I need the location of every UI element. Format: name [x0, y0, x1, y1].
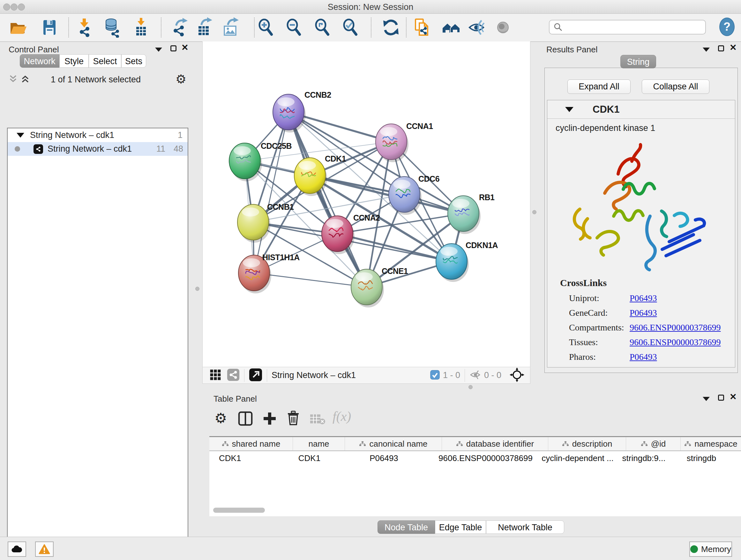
import-table-button[interactable] [131, 17, 151, 38]
splitter-handle[interactable] [195, 287, 199, 291]
network-collection-row[interactable]: String Network – cdk1 1 [8, 128, 188, 142]
results-panel-menu-icon[interactable] [703, 47, 710, 53]
tab-node-table[interactable]: Node Table [378, 520, 435, 534]
crosslink-value-link[interactable]: P06493 [630, 308, 657, 318]
table-hscroll-thumb[interactable] [213, 508, 265, 513]
show-columns-icon[interactable] [238, 411, 253, 427]
zoom-in-button[interactable] [256, 17, 277, 38]
hide-selected-button[interactable] [467, 17, 488, 38]
column-header-description[interactable]: description [548, 437, 626, 450]
column-header-namespace[interactable]: namespace [681, 437, 741, 450]
search-input[interactable] [565, 22, 705, 33]
network-node-CDKN1A[interactable] [436, 244, 469, 282]
string-home-button[interactable] [441, 17, 462, 38]
open-session-button[interactable] [8, 17, 29, 38]
collection-expand-icon[interactable] [17, 133, 24, 138]
memory-button[interactable]: Memory [689, 542, 732, 557]
table-cell[interactable]: stringdb:9... [616, 451, 671, 465]
network-edge-CCNB2-HIST1H1A[interactable] [254, 112, 288, 273]
network-node-CCNA2[interactable] [322, 216, 354, 254]
tab-network[interactable]: Network [20, 54, 59, 68]
tab-sets[interactable]: Sets [121, 54, 146, 68]
network-canvas[interactable]: CCNB2CCNA1CDC25BCDK1CDC6RB1CCNB1CCNA2CDK… [202, 42, 530, 367]
collapse-all-icon[interactable] [8, 75, 18, 84]
network-row-selected[interactable]: String Network – cdk1 11 48 [8, 142, 188, 156]
save-session-button[interactable] [39, 17, 60, 38]
warnings-button[interactable] [35, 542, 54, 557]
network-edge-CCNB2-CCNE1[interactable] [288, 112, 367, 287]
export-table-button[interactable] [194, 17, 215, 38]
control-panel-close-icon[interactable]: ✕ [181, 45, 189, 51]
network-node-CDC25B[interactable] [229, 143, 262, 181]
crosslink-value-link[interactable]: P06493 [630, 352, 657, 362]
crosslink-value-link[interactable]: 9606.ENSP00000378699 [630, 337, 721, 348]
apply-layout-button[interactable] [381, 17, 401, 38]
hidden-eye-icon[interactable] [469, 370, 481, 381]
delete-column-trash-icon[interactable] [286, 411, 300, 427]
network-node-RB1[interactable] [448, 196, 481, 234]
help-button[interactable]: ? [719, 17, 735, 36]
cloud-status-button[interactable] [8, 542, 26, 557]
tab-network-table[interactable]: Network Table [486, 520, 564, 534]
export-image-button[interactable] [220, 17, 242, 38]
tab-string[interactable]: String [620, 55, 656, 68]
detach-view-icon[interactable] [249, 368, 262, 383]
table-panel-float-icon[interactable] [718, 395, 724, 402]
clone-network-button[interactable] [411, 17, 432, 38]
crosslink-value-link[interactable]: P06493 [630, 293, 657, 303]
export-network-button[interactable] [170, 17, 191, 38]
column-header-@id[interactable]: @id [626, 437, 681, 450]
network-node-CCNA1[interactable] [376, 124, 408, 162]
import-network-file-button[interactable] [74, 17, 95, 38]
network-node-CCNB2[interactable] [273, 94, 306, 132]
protein-collapse-icon[interactable] [565, 107, 574, 112]
table-cell[interactable]: stringdb [671, 451, 732, 465]
delete-table-icon[interactable] [310, 413, 326, 427]
table-row[interactable]: CDK1CDK1P064939606.ENSP00000378699cyclin… [209, 451, 741, 465]
network-node-CCNB1[interactable] [238, 204, 270, 243]
column-header-canonical-name[interactable]: canonical name [345, 437, 442, 450]
table-cell[interactable]: 9606.ENSP00000378699 [432, 451, 539, 465]
expand-all-button[interactable]: Expand All [567, 79, 630, 94]
network-node-CDK1[interactable] [294, 158, 327, 196]
expand-all-icon[interactable] [20, 75, 30, 84]
network-node-CDC6[interactable] [389, 177, 421, 215]
table-cell[interactable]: P06493 [335, 451, 432, 465]
protein-header-row[interactable]: CDK1 [547, 100, 735, 119]
collapse-all-button[interactable]: Collapse All [642, 79, 710, 94]
network-share-icon[interactable] [227, 368, 240, 382]
table-panel-close-icon[interactable]: ✕ [730, 394, 737, 400]
import-network-database-button[interactable] [102, 17, 123, 38]
column-header-name[interactable]: name [293, 437, 345, 450]
birds-eye-icon[interactable] [510, 368, 524, 383]
column-header-shared-name[interactable]: shared name [209, 437, 293, 450]
add-column-icon[interactable] [262, 411, 277, 427]
function-builder-icon[interactable]: f(x) [333, 409, 351, 424]
selected-checkbox-icon[interactable] [430, 370, 440, 381]
results-panel-close-icon[interactable]: ✕ [730, 45, 737, 51]
show-hidden-button[interactable] [492, 17, 514, 38]
splitter-handle[interactable] [468, 385, 473, 389]
table-cell[interactable]: cyclin-dependent ... [539, 451, 616, 465]
splitter-handle[interactable] [532, 210, 536, 214]
control-panel-float-icon[interactable] [171, 45, 177, 53]
network-options-gear-icon[interactable]: ⚙ [176, 72, 186, 86]
table-hscroll-track[interactable] [209, 506, 741, 515]
control-panel-menu-icon[interactable] [155, 47, 162, 53]
collection-label: String Network – cdk1 [30, 130, 114, 140]
network-node-CCNE1[interactable] [351, 269, 384, 307]
zoom-selected-button[interactable] [340, 17, 361, 38]
table-options-gear-icon[interactable]: ⚙ [214, 410, 227, 426]
results-panel-float-icon[interactable] [718, 45, 724, 53]
tab-style[interactable]: Style [59, 54, 89, 68]
tab-select[interactable]: Select [89, 54, 121, 68]
crosslink-value-link[interactable]: 9606.ENSP00000378699 [630, 322, 721, 333]
zoom-fit-button[interactable] [312, 17, 333, 38]
table-cell[interactable]: CDK1 [283, 451, 335, 465]
grid-view-icon[interactable] [209, 368, 222, 382]
table-panel-menu-icon[interactable] [703, 396, 710, 402]
table-cell[interactable]: CDK1 [209, 451, 283, 465]
column-header-database-identifier[interactable]: database identifier [442, 437, 548, 450]
tab-edge-table[interactable]: Edge Table [435, 520, 486, 534]
zoom-out-button[interactable] [284, 17, 305, 38]
